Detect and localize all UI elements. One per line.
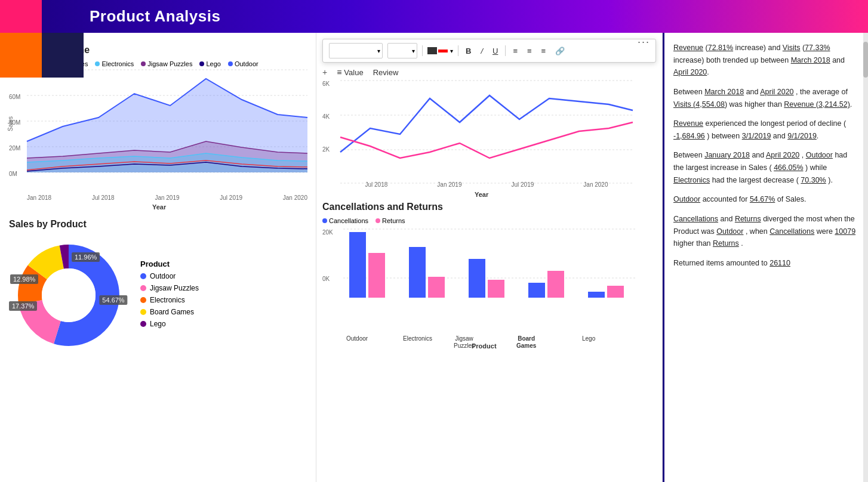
page-title: Product Analysis	[90, 7, 220, 26]
scrollbar-track[interactable]	[863, 33, 868, 482]
donut-label-jigsaw: 17.37%	[9, 301, 37, 311]
legend-cancellations: Cancellations	[322, 217, 368, 224]
revenue-link-3[interactable]: Revenue	[673, 119, 703, 128]
outdoor-link-5[interactable]: Outdoor	[673, 195, 700, 203]
logo-pink	[0, 0, 42, 33]
outdoor-link-4[interactable]: Outdoor	[806, 151, 833, 159]
visits-pct-1[interactable]: 77.33%	[805, 44, 830, 52]
toolbar-divider-3	[505, 45, 506, 56]
logo-orange-bottom	[0, 54, 42, 78]
donut-chart: 11.96% 12.98% 17.37% 54.67%	[9, 236, 128, 355]
middle-panel: ··· ▾ B / U ≡ ≡ ≡ 🔗	[316, 33, 663, 482]
rp-paragraph-3: Revenue experienced the longest period o…	[673, 118, 859, 142]
returns-link-2[interactable]: Returns	[713, 239, 739, 248]
legend-returns: Returns	[375, 217, 405, 224]
value-review-tabs: + ≡ Value Review	[322, 67, 656, 77]
revenue-pct-1[interactable]: 72.81%	[708, 44, 733, 52]
legend-electronics: Electronics	[95, 60, 134, 67]
left-panel: Sales across time Product Board Games El…	[0, 33, 316, 482]
cancellations-section: Cancellations and Returns Cancellations …	[322, 202, 656, 336]
rp-paragraph-6: Cancellations and Returns diverged the m…	[673, 213, 859, 250]
electronics-link-4[interactable]: Electronics	[673, 176, 710, 184]
cancellations-count[interactable]: 10079	[835, 227, 855, 236]
cancellations-title: Cancellations and Returns	[322, 202, 656, 212]
size-select-wrap[interactable]	[387, 43, 417, 58]
rp-paragraph-1: Revenue (72.81% increase) and Visits (77…	[673, 42, 859, 79]
bold-button[interactable]: B	[463, 45, 473, 57]
legend-outdoor: Outdoor	[228, 60, 258, 67]
april2020-link-4[interactable]: April 2020	[766, 151, 799, 159]
add-tab-button[interactable]: +	[322, 67, 327, 77]
list-icon: ≡	[337, 67, 341, 77]
color-button[interactable]: ▾	[427, 47, 453, 54]
march2018-link-2[interactable]: March 2018	[704, 88, 744, 96]
sales-by-product-title: Sales by Product	[9, 219, 307, 230]
outdoor-pct-link[interactable]: 466.05%	[774, 163, 803, 172]
outdoor-link-6[interactable]: Outdoor	[716, 227, 743, 236]
april2020-link-1[interactable]: April 2020	[673, 68, 707, 76]
revenue-link-1[interactable]: Revenue	[673, 44, 703, 52]
visits-avg-link[interactable]: Visits (4,554.08)	[673, 100, 727, 109]
svg-rect-18	[368, 253, 385, 298]
formatting-toolbar: ▾ B / U ≡ ≡ ≡ 🔗	[322, 39, 656, 63]
legend-item-electronics: Electronics	[140, 296, 199, 304]
right-panel: Revenue (72.81% increase) and Visits (77…	[663, 33, 868, 482]
toolbar-divider-2	[458, 45, 458, 56]
date-end-link[interactable]: 9/1/2019	[787, 132, 817, 140]
march2018-link[interactable]: March 2018	[791, 56, 830, 64]
outdoor-sales-pct[interactable]: 54.67%	[750, 195, 775, 203]
bar-chart: 20K 0K Outdoor Electronics JigsawPuzzles…	[322, 229, 656, 336]
size-select[interactable]	[387, 43, 417, 58]
svg-rect-22	[488, 280, 504, 298]
svg-rect-17	[349, 232, 366, 298]
visit-chart: 6K 4K 2K Jul 2018 Jan 2019 Jul 2019 Jan …	[322, 81, 656, 191]
cancellations-link[interactable]: Cancellations	[673, 215, 718, 223]
visits-link-1[interactable]: Visits	[783, 44, 801, 52]
cancellations-link-2[interactable]: Cancellations	[769, 227, 814, 236]
align-right-button[interactable]: ≡	[539, 45, 549, 57]
legend-item-outdoor: Outdoor	[140, 272, 199, 280]
rp-paragraph-4: Between January 2018 and April 2020 , Ou…	[673, 149, 859, 186]
donut-label-outdoor: 11.96%	[72, 252, 100, 262]
logo-dark	[42, 33, 84, 78]
rp-paragraph-5: Outdoor accounted for 54.67% of Sales.	[673, 193, 859, 206]
color-dropdown-icon[interactable]: ▾	[450, 48, 453, 54]
legend-jigsaw: Jigsaw Puzzles	[141, 60, 192, 67]
revenue-avg-link[interactable]: Revenue (3,214.52)	[784, 100, 850, 109]
product-legend-title: Product	[140, 259, 199, 268]
toolbar-divider-1	[422, 45, 423, 56]
decline-value-link[interactable]: -1,684.96	[673, 132, 705, 140]
font-select-wrap[interactable]	[329, 43, 383, 58]
legend-item-jigsaw: Jigsaw Puzzles	[140, 284, 199, 292]
align-center-button[interactable]: ≡	[525, 45, 534, 57]
product-legend: Product Outdoor Jigsaw Puzzles Electroni…	[140, 259, 199, 332]
returned-count[interactable]: 26110	[769, 259, 790, 267]
date-start-link[interactable]: 3/1/2019	[742, 132, 771, 140]
jan2018-link[interactable]: January 2018	[704, 151, 750, 159]
italic-button[interactable]: /	[478, 45, 485, 57]
value-tab-label[interactable]: Value	[344, 68, 363, 77]
svg-rect-26	[607, 286, 624, 298]
logo-orange-top	[0, 33, 42, 54]
april2020-link-2[interactable]: April 2020	[760, 88, 793, 96]
review-tab-label[interactable]: Review	[373, 68, 399, 77]
rp-paragraph-7: Returned items amounted to 26110	[673, 257, 859, 270]
more-options-button[interactable]: ···	[638, 36, 650, 48]
font-select[interactable]	[329, 43, 383, 58]
svg-rect-24	[547, 271, 564, 298]
align-left-button[interactable]: ≡	[510, 45, 520, 57]
value-tab[interactable]: ≡ Value	[337, 67, 363, 77]
header: Product Analysis	[0, 0, 868, 33]
legend-item-lego: Lego	[140, 320, 199, 328]
scrollbar-thumb[interactable]	[863, 42, 868, 78]
link-button[interactable]: 🔗	[553, 45, 567, 57]
review-tab[interactable]: Review	[373, 68, 399, 77]
underline-button[interactable]: U	[490, 45, 500, 57]
donut-label-electronics: 12.98%	[10, 274, 38, 284]
svg-rect-25	[588, 292, 605, 298]
svg-rect-19	[409, 247, 426, 298]
returns-link[interactable]: Returns	[735, 215, 761, 223]
svg-rect-21	[469, 259, 485, 298]
electronics-pct-link[interactable]: 70.30%	[801, 176, 826, 184]
rp-paragraph-2: Between March 2018 and April 2020 , the …	[673, 86, 859, 110]
